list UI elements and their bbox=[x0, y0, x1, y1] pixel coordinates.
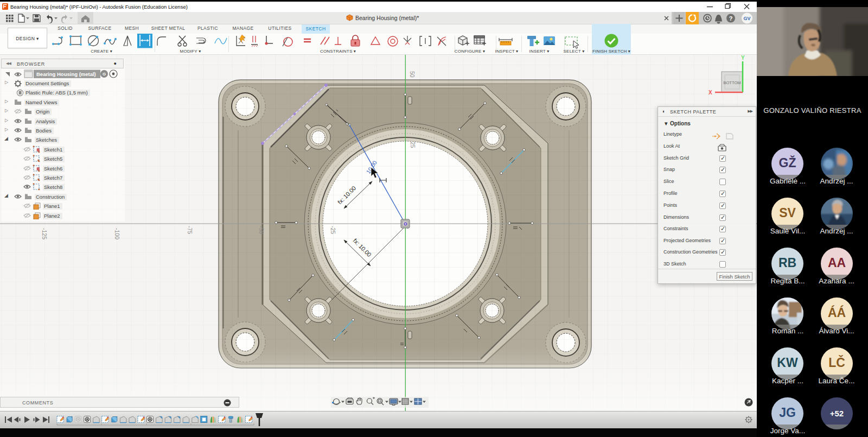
svg-text:-50: -50 bbox=[258, 226, 265, 234]
svg-text:-25: -25 bbox=[330, 226, 336, 234]
svg-text:Bearing Housing (metal): Bearing Housing (metal) bbox=[36, 71, 96, 77]
svg-text:BOTTOM: BOTTOM bbox=[724, 80, 741, 85]
svg-text:25: 25 bbox=[410, 142, 416, 148]
svg-text:X: X bbox=[709, 90, 712, 96]
svg-text:?: ? bbox=[729, 15, 733, 22]
svg-text:GV: GV bbox=[743, 16, 750, 21]
svg-text:G: G bbox=[103, 72, 106, 77]
svg-text:50: 50 bbox=[409, 71, 416, 78]
svg-text:-75: -75 bbox=[187, 226, 193, 234]
svg-text:-125: -125 bbox=[41, 228, 48, 239]
svg-text:Y: Y bbox=[741, 55, 745, 61]
svg-text:-100: -100 bbox=[114, 228, 120, 239]
